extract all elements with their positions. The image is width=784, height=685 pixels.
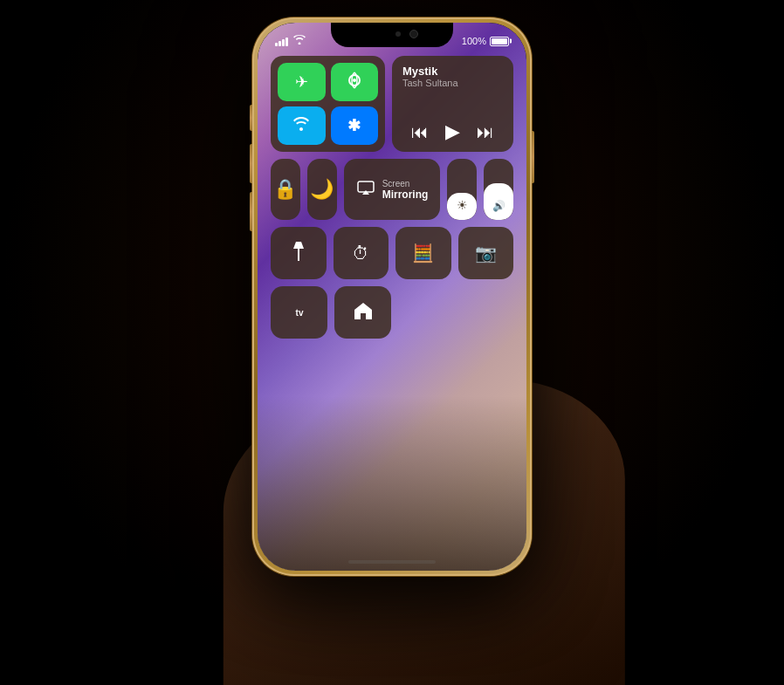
home-icon (354, 302, 373, 324)
rotation-lock-icon: 🔒 (273, 178, 297, 201)
mirror-text: Screen Mirroring (382, 179, 429, 201)
home-indicator (348, 560, 436, 564)
wifi-status-icon (293, 35, 306, 47)
camera-icon: 📷 (475, 243, 497, 264)
notch (331, 23, 453, 47)
flashlight-button[interactable] (271, 227, 327, 279)
volume-slider[interactable]: 🔊 (484, 159, 513, 220)
apple-tv-button[interactable]: tv (271, 286, 327, 339)
airplane-mode-button[interactable]: ✈ (278, 63, 326, 101)
airplane-icon: ✈ (295, 72, 308, 92)
scene: 100% ✈ (0, 0, 784, 685)
brightness-icon: ☀ (457, 198, 468, 212)
rotation-lock-button[interactable]: 🔒 (271, 159, 300, 220)
cellular-icon (346, 72, 363, 93)
bar2 (279, 41, 281, 46)
signal-bars (275, 36, 288, 46)
face-id-dot (395, 31, 401, 37)
bar4 (285, 38, 288, 46)
volume-icon: 🔊 (492, 200, 505, 212)
mute-switch (250, 105, 252, 131)
music-info: Mystik Tash Sultana (402, 65, 503, 88)
bluetooth-icon: ✱ (347, 116, 361, 135)
music-artist-name: Tash Sultana (402, 78, 503, 88)
phone-inner: 100% ✈ (258, 23, 526, 571)
music-block: Mystik Tash Sultana ⏮ ▶ ⏭ (392, 56, 513, 152)
control-center: ✈ (271, 56, 513, 545)
wifi-button[interactable] (278, 106, 326, 145)
camera-button[interactable]: 📷 (458, 227, 514, 279)
cc-row-1: ✈ (271, 56, 513, 152)
cellular-button[interactable] (331, 63, 379, 101)
calculator-button[interactable]: 🧮 (395, 227, 451, 279)
fast-forward-button[interactable]: ⏭ (477, 122, 494, 142)
moon-icon: 🌙 (310, 178, 334, 201)
home-button[interactable] (334, 286, 391, 339)
apple-tv-logo: tv (295, 308, 304, 318)
airplay-icon (356, 180, 375, 200)
bar3 (282, 39, 285, 46)
battery-icon (490, 37, 509, 46)
timer-button[interactable]: ⏱ (334, 227, 389, 279)
screen-mirror-button[interactable]: Screen Mirroring (344, 159, 441, 220)
volume-up-button (250, 144, 252, 183)
signal-area (275, 35, 306, 47)
phone-frame: 100% ✈ (252, 17, 532, 576)
mirroring-label: Mirroring (382, 188, 429, 201)
flashlight-icon (292, 242, 306, 265)
cc-row-2: 🔒 🌙 (271, 159, 513, 220)
music-song-title: Mystik (402, 65, 503, 78)
volume-down-button (250, 192, 252, 231)
rewind-button[interactable]: ⏮ (411, 122, 429, 142)
calculator-icon: 🧮 (412, 243, 434, 264)
battery-percentage: 100% (462, 36, 486, 46)
timer-icon: ⏱ (352, 243, 369, 264)
cc-row-4: tv (271, 286, 513, 339)
brightness-slider[interactable]: ☀ (447, 159, 477, 220)
cc-row-3: ⏱ 🧮 📷 (271, 227, 513, 279)
screen-label: Screen (382, 179, 429, 188)
bar1 (275, 43, 278, 46)
power-button (532, 131, 534, 183)
screen: 100% ✈ (258, 23, 526, 571)
front-camera (409, 30, 418, 38)
connectivity-block[interactable]: ✈ (271, 56, 385, 152)
music-controls: ⏮ ▶ ⏭ (402, 120, 503, 143)
svg-point-1 (353, 79, 356, 82)
volume-icon-container: 🔊 (492, 197, 505, 213)
battery-fill (492, 38, 507, 45)
brightness-icon-container: ☀ (457, 197, 468, 213)
battery-area: 100% (462, 36, 509, 46)
bluetooth-button[interactable]: ✱ (331, 106, 379, 145)
play-button[interactable]: ▶ (445, 120, 460, 143)
do-not-disturb-button[interactable]: 🌙 (307, 159, 337, 220)
wifi-icon (292, 116, 311, 136)
apple-tv-label: tv (296, 308, 304, 318)
